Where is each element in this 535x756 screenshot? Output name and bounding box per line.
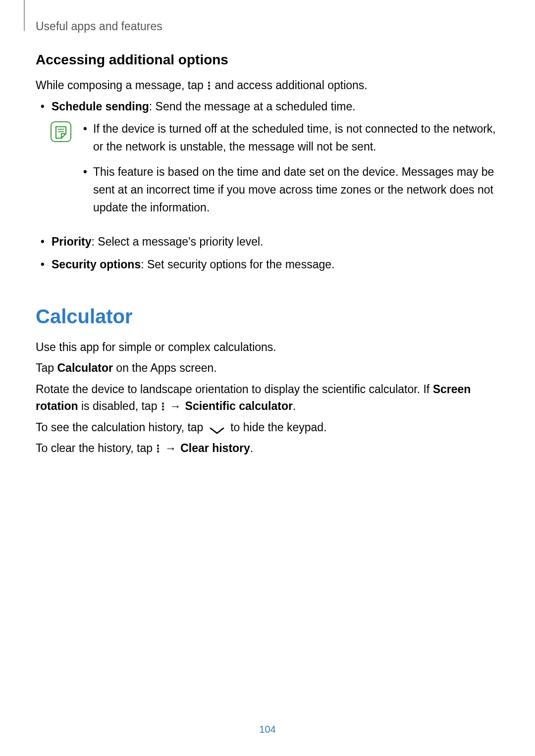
p3-bold2: Scientific calculator: [185, 400, 293, 412]
intro-text-after: and access additional options.: [212, 79, 368, 92]
calculator-p2: Tap Calculator on the Apps screen.: [36, 359, 499, 377]
p5-bold: Clear history: [180, 442, 250, 454]
p3-before: Rotate the device to landscape orientati…: [36, 383, 433, 396]
options-list-2: Priority: Select a message's priority le…: [36, 233, 499, 273]
header-chapter-title: Useful apps and features: [36, 20, 162, 33]
option-desc: : Set security options for the message.: [141, 258, 334, 271]
note-block: If the device is turned off at the sched…: [51, 120, 499, 224]
section-subheading-accessing: Accessing additional options: [36, 52, 499, 68]
calculator-p5: To clear the history, tap → Clear histor…: [36, 440, 499, 457]
p3-after: .: [293, 400, 296, 412]
more-options-icon: [157, 444, 160, 453]
options-list-1: Schedule sending: Send the message at a …: [36, 98, 499, 116]
note-item: If the device is turned off at the sched…: [79, 120, 499, 155]
calculator-p4: To see the calculation history, tap to h…: [36, 419, 499, 436]
arrow-text: →: [166, 400, 184, 412]
chevron-down-icon: [209, 423, 225, 432]
p2-bold: Calculator: [57, 361, 112, 374]
option-label: Schedule sending: [52, 100, 149, 113]
more-options-icon: [208, 81, 211, 90]
p2-before: Tap: [36, 361, 57, 374]
page-margin-line: [24, 0, 25, 31]
intro-text-before: While composing a message, tap: [36, 79, 207, 92]
intro-paragraph: While composing a message, tap and acces…: [36, 77, 499, 94]
p4-before: To see the calculation history, tap: [36, 421, 207, 434]
section-heading-calculator: Calculator: [36, 305, 499, 328]
option-desc: : Send the message at a scheduled time.: [149, 100, 356, 113]
more-options-icon: [161, 402, 164, 410]
calculator-p3: Rotate the device to landscape orientati…: [36, 381, 499, 415]
p4-after: to hide the keypad.: [227, 421, 327, 434]
p2-after: on the Apps screen.: [113, 361, 217, 374]
list-item: Priority: Select a message's priority le…: [36, 233, 499, 251]
note-list: If the device is turned off at the sched…: [79, 120, 499, 224]
option-desc: : Select a message's priority level.: [92, 235, 264, 248]
note-icon: [51, 121, 71, 142]
page-number: 104: [0, 724, 535, 735]
calculator-p1: Use this app for simple or complex calcu…: [36, 339, 499, 356]
p5-before: To clear the history, tap: [36, 442, 156, 454]
list-item: Schedule sending: Send the message at a …: [36, 98, 499, 116]
page-content: Accessing additional options While compo…: [36, 52, 499, 461]
arrow-text: →: [161, 442, 179, 454]
option-label: Priority: [52, 235, 92, 248]
p3-mid: is disabled, tap: [78, 400, 160, 412]
p5-after: .: [250, 442, 253, 454]
option-label: Security options: [52, 258, 141, 271]
note-item: This feature is based on the time and da…: [79, 163, 499, 216]
list-item: Security options: Set security options f…: [36, 256, 499, 274]
